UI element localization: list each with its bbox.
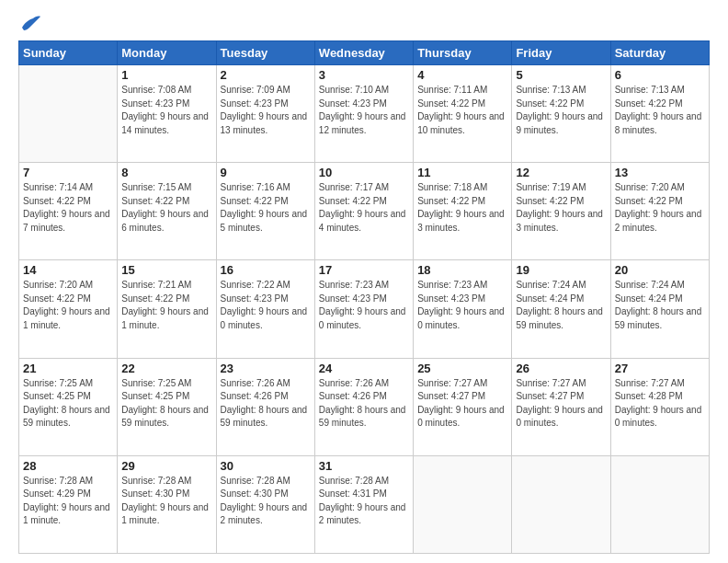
day-detail: Sunrise: 7:14 AM Sunset: 4:22 PM Dayligh…	[23, 181, 113, 235]
calendar-cell: 10Sunrise: 7:17 AM Sunset: 4:22 PM Dayli…	[314, 163, 413, 260]
day-detail: Sunrise: 7:26 AM Sunset: 4:26 PM Dayligh…	[221, 377, 311, 431]
day-detail: Sunrise: 7:26 AM Sunset: 4:26 PM Dayligh…	[319, 377, 409, 431]
day-detail: Sunrise: 7:28 AM Sunset: 4:30 PM Dayligh…	[221, 475, 311, 528]
day-number: 6	[615, 68, 705, 82]
calendar-week-row: 14Sunrise: 7:20 AM Sunset: 4:22 PM Dayli…	[19, 260, 710, 358]
calendar-cell: 26Sunrise: 7:27 AM Sunset: 4:27 PM Dayli…	[512, 358, 610, 455]
calendar-cell: 29Sunrise: 7:28 AM Sunset: 4:30 PM Dayli…	[118, 455, 216, 553]
day-number: 26	[516, 362, 606, 375]
day-number: 17	[319, 263, 409, 277]
day-number: 8	[121, 166, 211, 179]
day-detail: Sunrise: 7:08 AM Sunset: 4:23 PM Dayligh…	[121, 84, 211, 137]
day-number: 13	[615, 166, 705, 179]
calendar-cell: 16Sunrise: 7:22 AM Sunset: 4:23 PM Dayli…	[216, 260, 314, 358]
day-number: 4	[417, 68, 507, 82]
calendar-week-row: 21Sunrise: 7:25 AM Sunset: 4:25 PM Dayli…	[19, 358, 710, 455]
day-number: 10	[319, 166, 409, 179]
day-detail: Sunrise: 7:28 AM Sunset: 4:31 PM Dayligh…	[319, 475, 409, 528]
calendar-cell: 12Sunrise: 7:19 AM Sunset: 4:22 PM Dayli…	[512, 163, 610, 260]
calendar-cell: 2Sunrise: 7:09 AM Sunset: 4:23 PM Daylig…	[216, 65, 314, 163]
day-number: 7	[23, 166, 113, 179]
day-number: 15	[121, 263, 211, 277]
calendar-cell: 7Sunrise: 7:14 AM Sunset: 4:22 PM Daylig…	[19, 163, 118, 260]
calendar-cell	[414, 455, 512, 553]
day-detail: Sunrise: 7:13 AM Sunset: 4:22 PM Dayligh…	[516, 84, 606, 137]
calendar-cell: 20Sunrise: 7:24 AM Sunset: 4:24 PM Dayli…	[610, 260, 709, 358]
calendar-header-tuesday: Tuesday	[216, 41, 314, 65]
day-detail: Sunrise: 7:20 AM Sunset: 4:22 PM Dayligh…	[23, 279, 113, 332]
day-number: 18	[417, 263, 507, 277]
calendar-cell: 8Sunrise: 7:15 AM Sunset: 4:22 PM Daylig…	[118, 163, 216, 260]
day-detail: Sunrise: 7:19 AM Sunset: 4:22 PM Dayligh…	[516, 181, 606, 235]
calendar-cell: 21Sunrise: 7:25 AM Sunset: 4:25 PM Dayli…	[19, 358, 118, 455]
day-number: 22	[121, 362, 211, 375]
logo-bird-icon	[20, 15, 40, 31]
calendar-table: SundayMondayTuesdayWednesdayThursdayFrid…	[18, 40, 710, 554]
calendar-cell: 18Sunrise: 7:23 AM Sunset: 4:23 PM Dayli…	[414, 260, 512, 358]
calendar-week-row: 1Sunrise: 7:08 AM Sunset: 4:23 PM Daylig…	[19, 65, 710, 163]
calendar-cell: 27Sunrise: 7:27 AM Sunset: 4:28 PM Dayli…	[610, 358, 709, 455]
day-number: 9	[221, 166, 311, 179]
day-number: 2	[221, 68, 311, 82]
calendar-cell: 31Sunrise: 7:28 AM Sunset: 4:31 PM Dayli…	[314, 455, 413, 553]
calendar-header-wednesday: Wednesday	[314, 41, 413, 65]
calendar-week-row: 7Sunrise: 7:14 AM Sunset: 4:22 PM Daylig…	[19, 163, 710, 260]
day-number: 1	[121, 68, 211, 82]
day-number: 31	[319, 459, 409, 473]
calendar-cell: 11Sunrise: 7:18 AM Sunset: 4:22 PM Dayli…	[414, 163, 512, 260]
page: SundayMondayTuesdayWednesdayThursdayFrid…	[0, 0, 728, 563]
day-detail: Sunrise: 7:24 AM Sunset: 4:24 PM Dayligh…	[615, 279, 705, 332]
day-detail: Sunrise: 7:27 AM Sunset: 4:28 PM Dayligh…	[615, 377, 705, 431]
day-number: 24	[319, 362, 409, 375]
day-detail: Sunrise: 7:28 AM Sunset: 4:30 PM Dayligh…	[121, 475, 211, 528]
day-detail: Sunrise: 7:09 AM Sunset: 4:23 PM Dayligh…	[221, 84, 311, 137]
calendar-header-saturday: Saturday	[610, 41, 709, 65]
day-detail: Sunrise: 7:13 AM Sunset: 4:22 PM Dayligh…	[615, 84, 705, 137]
calendar-cell: 28Sunrise: 7:28 AM Sunset: 4:29 PM Dayli…	[19, 455, 118, 553]
day-number: 12	[516, 166, 606, 179]
calendar-cell: 24Sunrise: 7:26 AM Sunset: 4:26 PM Dayli…	[314, 358, 413, 455]
day-number: 5	[516, 68, 606, 82]
day-detail: Sunrise: 7:23 AM Sunset: 4:23 PM Dayligh…	[319, 279, 409, 332]
calendar-cell: 25Sunrise: 7:27 AM Sunset: 4:27 PM Dayli…	[414, 358, 512, 455]
calendar-header-friday: Friday	[512, 41, 610, 65]
day-detail: Sunrise: 7:20 AM Sunset: 4:22 PM Dayligh…	[615, 181, 705, 235]
day-number: 16	[221, 263, 311, 277]
day-detail: Sunrise: 7:15 AM Sunset: 4:22 PM Dayligh…	[121, 181, 211, 235]
calendar-header-sunday: Sunday	[19, 41, 118, 65]
day-detail: Sunrise: 7:28 AM Sunset: 4:29 PM Dayligh…	[23, 475, 113, 528]
calendar-cell	[19, 65, 118, 163]
day-detail: Sunrise: 7:10 AM Sunset: 4:23 PM Dayligh…	[319, 84, 409, 137]
calendar-week-row: 28Sunrise: 7:28 AM Sunset: 4:29 PM Dayli…	[19, 455, 710, 553]
calendar-cell: 5Sunrise: 7:13 AM Sunset: 4:22 PM Daylig…	[512, 65, 610, 163]
calendar-cell: 6Sunrise: 7:13 AM Sunset: 4:22 PM Daylig…	[610, 65, 709, 163]
day-detail: Sunrise: 7:24 AM Sunset: 4:24 PM Dayligh…	[516, 279, 606, 332]
calendar-cell	[610, 455, 709, 553]
day-number: 29	[121, 459, 211, 473]
calendar-cell: 22Sunrise: 7:25 AM Sunset: 4:25 PM Dayli…	[118, 358, 216, 455]
day-detail: Sunrise: 7:11 AM Sunset: 4:22 PM Dayligh…	[417, 84, 507, 137]
day-detail: Sunrise: 7:27 AM Sunset: 4:27 PM Dayligh…	[417, 377, 507, 431]
header	[18, 15, 710, 31]
calendar-cell: 15Sunrise: 7:21 AM Sunset: 4:22 PM Dayli…	[118, 260, 216, 358]
calendar-cell	[512, 455, 610, 553]
day-detail: Sunrise: 7:25 AM Sunset: 4:25 PM Dayligh…	[121, 377, 211, 431]
calendar-cell: 23Sunrise: 7:26 AM Sunset: 4:26 PM Dayli…	[216, 358, 314, 455]
day-number: 11	[417, 166, 507, 179]
calendar-cell: 9Sunrise: 7:16 AM Sunset: 4:22 PM Daylig…	[216, 163, 314, 260]
calendar-cell: 13Sunrise: 7:20 AM Sunset: 4:22 PM Dayli…	[610, 163, 709, 260]
day-detail: Sunrise: 7:18 AM Sunset: 4:22 PM Dayligh…	[417, 181, 507, 235]
day-number: 20	[615, 263, 705, 277]
day-detail: Sunrise: 7:27 AM Sunset: 4:27 PM Dayligh…	[516, 377, 606, 431]
calendar-cell: 19Sunrise: 7:24 AM Sunset: 4:24 PM Dayli…	[512, 260, 610, 358]
day-number: 21	[23, 362, 113, 375]
calendar-header-row: SundayMondayTuesdayWednesdayThursdayFrid…	[19, 41, 710, 65]
day-detail: Sunrise: 7:17 AM Sunset: 4:22 PM Dayligh…	[319, 181, 409, 235]
day-number: 25	[417, 362, 507, 375]
day-number: 27	[615, 362, 705, 375]
day-number: 23	[221, 362, 311, 375]
calendar-cell: 14Sunrise: 7:20 AM Sunset: 4:22 PM Dayli…	[19, 260, 118, 358]
calendar-cell: 30Sunrise: 7:28 AM Sunset: 4:30 PM Dayli…	[216, 455, 314, 553]
day-detail: Sunrise: 7:16 AM Sunset: 4:22 PM Dayligh…	[221, 181, 311, 235]
day-detail: Sunrise: 7:22 AM Sunset: 4:23 PM Dayligh…	[221, 279, 311, 332]
